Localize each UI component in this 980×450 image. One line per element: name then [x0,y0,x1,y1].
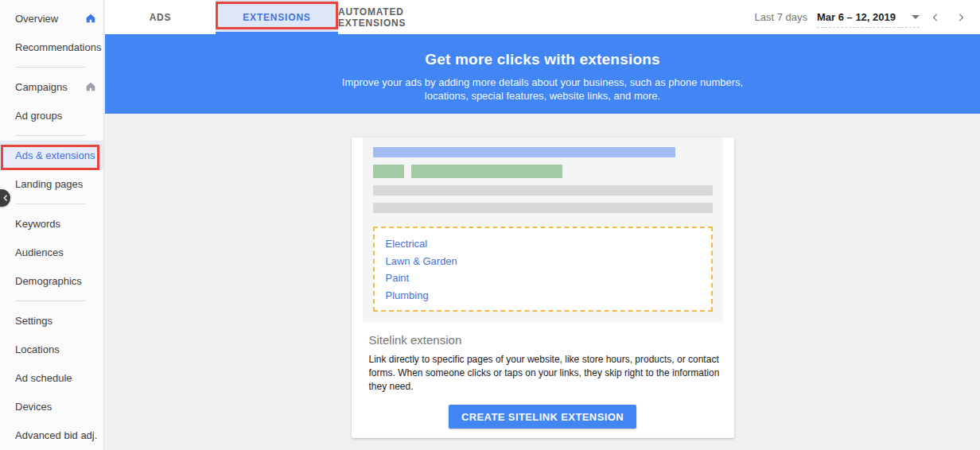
card-description: Link directly to specific pages of your … [369,353,717,394]
create-sitelink-extension-button[interactable]: CREATE SITELINK EXTENSION [449,405,636,429]
main-area: ADS EXTENSIONS AUTOMATED EXTENSIONS Last… [105,0,980,450]
home-icon [85,81,96,92]
tab-extensions[interactable]: EXTENSIONS [216,0,338,34]
card-description-line: they need. [369,380,717,394]
chevron-right-icon [955,12,966,23]
content-area: Electrical Lawn & Garden Paint Plumbing … [105,138,980,450]
tab-automated-extensions[interactable]: AUTOMATED EXTENSIONS [338,0,473,34]
sidebar-item-label: Advanced bid adj. [15,429,97,441]
sidebar-item-label: Audiences [15,246,64,258]
tab-ads[interactable]: ADS [105,0,216,34]
placeholder-text-bar [373,203,713,213]
sitelink-example: Paint [386,270,711,287]
sidebar-item-label: Ad schedule [15,372,72,384]
sidebar-item-demographics[interactable]: Demographics [0,266,103,295]
sidebar-item-label: Keywords [15,218,60,230]
date-range-controls: Last 7 days Mar 6 – 12, 2019 [754,0,970,34]
sidebar-divider [0,61,103,72]
banner-title: Get more clicks with extensions [105,51,980,68]
card-description-line: forms. When someone clicks or taps on yo… [369,367,717,380]
ad-preview-illustration: Electrical Lawn & Garden Paint Plumbing [363,138,723,322]
sidebar-item-settings[interactable]: Settings [0,306,103,335]
chevron-left-icon [1,193,10,203]
promo-banner: Get more clicks with extensions Improve … [105,34,980,114]
previous-period-button[interactable] [926,8,945,27]
next-period-button[interactable] [951,8,970,27]
sitelink-example: Plumbing [386,287,711,305]
sitelinks-highlight-box: Electrical Lawn & Garden Paint Plumbing [373,227,713,312]
banner-subtitle: Improve your ads by adding more details … [328,76,757,103]
sidebar-item-ad-schedule[interactable]: Ad schedule [0,363,103,392]
sidebar: Overview Recommendations Campaigns Ad gr… [0,0,104,450]
card-description-line: Link directly to specific pages of your … [369,353,717,367]
chevron-left-icon [930,12,941,23]
sidebar-item-ad-groups[interactable]: Ad groups [0,101,103,130]
sidebar-item-audiences[interactable]: Audiences [0,238,103,266]
sitelink-example: Electrical [386,235,711,253]
google-ads-app: Overview Recommendations Campaigns Ad gr… [0,0,980,450]
sidebar-nav: Overview Recommendations Campaigns Ad gr… [0,0,103,449]
sidebar-item-landing-pages[interactable]: Landing pages [0,169,103,198]
sidebar-item-label: Demographics [15,275,82,287]
sidebar-item-ads-and-extensions[interactable]: Ads & extensions [0,141,103,169]
sidebar-item-keywords[interactable]: Keywords [0,209,103,238]
sitelink-extension-card: Electrical Lawn & Garden Paint Plumbing … [352,138,734,438]
sidebar-item-locations[interactable]: Locations [0,335,103,363]
sidebar-item-overview[interactable]: Overview [0,4,103,33]
date-range-picker[interactable]: Mar 6 – 12, 2019 [817,7,920,28]
sidebar-item-label: Ads & extensions [15,149,95,161]
sidebar-item-label: Settings [15,315,52,327]
sidebar-divider [0,295,103,306]
sidebar-divider [0,198,103,209]
tab-bar: ADS EXTENSIONS AUTOMATED EXTENSIONS Last… [105,0,980,34]
sitelink-example: Lawn & Garden [386,253,711,270]
sidebar-item-label: Ad groups [15,110,62,122]
sidebar-item-devices[interactable]: Devices [0,392,103,421]
card-heading: Sitelink extension [369,333,717,347]
sidebar-divider [0,130,103,141]
home-icon [85,13,96,24]
sidebar-item-label: Recommendations [15,41,101,53]
sidebar-item-advanced-bid-adj[interactable]: Advanced bid adj. [0,421,103,449]
sidebar-item-label: Devices [15,401,52,413]
caret-down-icon [912,15,920,19]
active-tab-indicator [216,32,338,34]
sidebar-item-label: Campaigns [15,81,68,93]
placeholder-url-bar [411,165,562,178]
sidebar-item-label: Overview [15,13,58,25]
date-range-value: Mar 6 – 12, 2019 [817,11,896,23]
sidebar-item-label: Landing pages [15,178,83,190]
placeholder-url-row [373,165,713,178]
placeholder-headline-bar [373,147,675,157]
sidebar-item-recommendations[interactable]: Recommendations [0,33,103,61]
date-range-preset-label: Last 7 days [754,11,807,23]
sidebar-item-label: Locations [15,343,60,355]
placeholder-text-bar [373,185,713,196]
placeholder-badge-bar [373,165,404,178]
sidebar-item-campaigns[interactable]: Campaigns [0,72,103,101]
